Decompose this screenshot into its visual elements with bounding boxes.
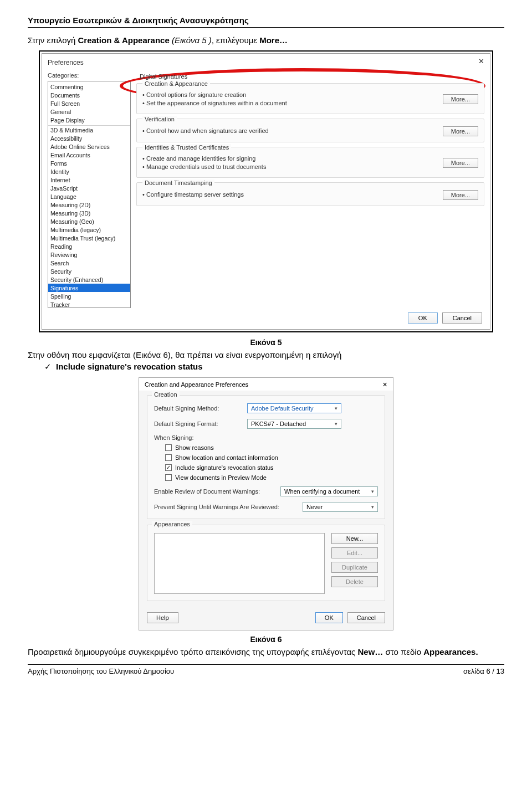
close-icon[interactable]: ✕ bbox=[382, 381, 387, 388]
intro-post: , επιλέγουμε bbox=[212, 35, 259, 45]
chk4-label: View documents in Preview Mode bbox=[175, 474, 267, 481]
timestamping-legend: Document Timestamping bbox=[142, 180, 214, 186]
check-text: Include signature's revocation status bbox=[56, 362, 202, 371]
intro-pre: Στην επιλογή bbox=[28, 35, 78, 45]
prevent-signing-combo[interactable]: Never ▾ bbox=[303, 502, 378, 512]
creation-appearance-section: Creation & Appearance Control options fo… bbox=[136, 83, 484, 114]
category-item[interactable]: Tracker bbox=[48, 300, 130, 308]
more-button-creation[interactable]: More... bbox=[443, 94, 478, 104]
preferences-title: Preferences bbox=[48, 59, 84, 66]
category-item[interactable]: Reviewing bbox=[48, 250, 130, 259]
category-item[interactable]: Search bbox=[48, 259, 130, 267]
category-item[interactable]: Email Accounts bbox=[48, 151, 130, 159]
check-icon: ✓ bbox=[44, 362, 52, 371]
show-reasons-checkbox[interactable]: Show reasons bbox=[165, 444, 378, 451]
doc-footer: Αρχής Πιστοποίησης του Ελληνικού Δημοσίο… bbox=[28, 664, 504, 675]
preview-mode-checkbox[interactable]: View documents in Preview Mode bbox=[165, 474, 378, 481]
default-method-value: Adobe Default Security bbox=[251, 405, 314, 412]
category-item[interactable]: Multimedia Trust (legacy) bbox=[48, 234, 130, 242]
intro-more: More… bbox=[259, 35, 288, 45]
creation-group-legend: Creation bbox=[152, 391, 180, 398]
category-item[interactable]: Measuring (3D) bbox=[48, 209, 130, 217]
chevron-down-icon: ▾ bbox=[335, 406, 337, 411]
s3-bullet2: Manage credentials used to trust documen… bbox=[142, 163, 266, 171]
category-item[interactable]: Documents bbox=[48, 91, 130, 99]
cancel-button[interactable]: Cancel bbox=[347, 612, 385, 623]
ok-button[interactable]: OK bbox=[315, 612, 343, 623]
body-paragraph-2: Στην οθόνη που εμφανίζεται (Εικόνα 6), θ… bbox=[28, 350, 504, 360]
figure5-caption: Εικόνα 5 bbox=[28, 338, 504, 347]
categories-listbox[interactable]: CommentingDocumentsFull ScreenGeneralPag… bbox=[48, 81, 131, 308]
body3-post: στο πεδίο bbox=[383, 647, 423, 657]
appearances-listbox[interactable] bbox=[154, 533, 325, 594]
default-format-value: PKCS#7 - Detached bbox=[251, 420, 306, 427]
more-button-identities[interactable]: More... bbox=[443, 158, 478, 168]
default-format-label: Default Signing Format: bbox=[154, 420, 243, 427]
more-button-timestamp[interactable]: More... bbox=[443, 190, 478, 200]
intro-bold: Creation & Appearance bbox=[78, 35, 172, 45]
category-item[interactable]: Language bbox=[48, 192, 130, 201]
help-button[interactable]: Help bbox=[147, 612, 178, 623]
ok-button[interactable]: OK bbox=[408, 312, 438, 324]
timestamping-section: Document Timestamping Configure timestam… bbox=[136, 182, 484, 206]
category-item[interactable]: Forms bbox=[48, 159, 130, 167]
s1-bullet2: Set the appearance of signatures within … bbox=[142, 99, 287, 107]
prevent-signing-value: Never bbox=[306, 504, 323, 510]
more-button-verification[interactable]: More... bbox=[443, 126, 478, 136]
edit-appearance-button[interactable]: Edit... bbox=[331, 547, 378, 558]
default-method-combo[interactable]: Adobe Default Security ▾ bbox=[247, 403, 341, 413]
review-warnings-combo[interactable]: When certifying a document ▾ bbox=[280, 486, 378, 496]
s4-bullet1: Configure timestamp server settings bbox=[142, 191, 244, 199]
category-item[interactable]: Accessibility bbox=[48, 134, 130, 142]
category-item[interactable]: Signatures bbox=[48, 284, 130, 292]
intro-italic: (Εικόνα 5 ) bbox=[172, 35, 212, 45]
default-method-label: Default Signing Method: bbox=[154, 405, 243, 412]
body-paragraph-3: Προαιρετικά δημιουργούμε συγκεκριμένο τρ… bbox=[28, 647, 504, 657]
doc-header: Υπουργείο Εσωτερικών & Διοικητικής Ανασυ… bbox=[28, 16, 504, 28]
chevron-down-icon: ▾ bbox=[371, 489, 374, 494]
category-item[interactable]: 3D & Multimedia bbox=[48, 126, 130, 134]
category-item[interactable]: Page Display bbox=[48, 116, 130, 124]
review-warnings-label: Enable Review of Document Warnings: bbox=[154, 488, 276, 495]
creation-group: Creation Default Signing Method: Adobe D… bbox=[147, 395, 385, 519]
body3-new: New… bbox=[357, 647, 383, 657]
digital-signatures-header: Digital Signatures bbox=[140, 73, 484, 80]
intro-paragraph: Στην επιλογή Creation & Appearance (Εικό… bbox=[28, 35, 504, 45]
duplicate-appearance-button[interactable]: Duplicate bbox=[331, 562, 378, 573]
cancel-button[interactable]: Cancel bbox=[442, 312, 482, 324]
show-location-checkbox[interactable]: Show location and contact information bbox=[165, 454, 378, 461]
category-item[interactable]: JavaScript bbox=[48, 184, 130, 192]
cap-dialog-title: Creation and Appearance Preferences bbox=[145, 381, 248, 388]
creation-appearance-legend: Creation & Appearance bbox=[142, 80, 210, 87]
review-warnings-value: When certifying a document bbox=[284, 488, 360, 495]
checklist-line: ✓Include signature's revocation status bbox=[44, 362, 504, 372]
verification-section: Verification Control how and when signat… bbox=[136, 119, 484, 142]
category-item[interactable]: Security bbox=[48, 267, 130, 275]
category-item[interactable]: Internet bbox=[48, 176, 130, 184]
delete-appearance-button[interactable]: Delete bbox=[331, 576, 378, 587]
identities-section: Identities & Trusted Certificates Create… bbox=[136, 147, 484, 178]
category-item[interactable]: Reading bbox=[48, 242, 130, 250]
category-item[interactable]: Identity bbox=[48, 167, 130, 176]
category-item[interactable]: General bbox=[48, 107, 130, 116]
figure6-caption: Εικόνα 6 bbox=[28, 635, 504, 644]
category-item[interactable]: Multimedia (legacy) bbox=[48, 225, 130, 234]
footer-right: σελίδα 6 / 13 bbox=[463, 667, 504, 675]
category-item[interactable]: Full Screen bbox=[48, 99, 130, 107]
category-item[interactable]: Measuring (2D) bbox=[48, 201, 130, 209]
category-item[interactable]: Measuring (Geo) bbox=[48, 217, 130, 225]
category-item[interactable]: Adobe Online Services bbox=[48, 142, 130, 151]
include-revocation-checkbox[interactable]: ✓Include signature's revocation status bbox=[165, 464, 378, 471]
chevron-down-icon: ▾ bbox=[335, 421, 337, 427]
chk2-label: Show location and contact information bbox=[175, 454, 278, 461]
identities-legend: Identities & Trusted Certificates bbox=[142, 144, 231, 151]
close-icon[interactable]: ✕ bbox=[478, 57, 484, 65]
new-appearance-button[interactable]: New... bbox=[331, 533, 378, 544]
preferences-dialog-figure: Preferences ✕ Categories: CommentingDocu… bbox=[39, 50, 493, 332]
s1-bullet1: Control options for signature creation bbox=[142, 91, 287, 99]
category-item[interactable]: Commenting bbox=[48, 83, 130, 91]
category-item[interactable]: Security (Enhanced) bbox=[48, 275, 130, 284]
default-format-combo[interactable]: PKCS#7 - Detached ▾ bbox=[247, 419, 341, 429]
category-item[interactable]: Spelling bbox=[48, 292, 130, 300]
footer-left: Αρχής Πιστοποίησης του Ελληνικού Δημοσίο… bbox=[28, 667, 174, 675]
